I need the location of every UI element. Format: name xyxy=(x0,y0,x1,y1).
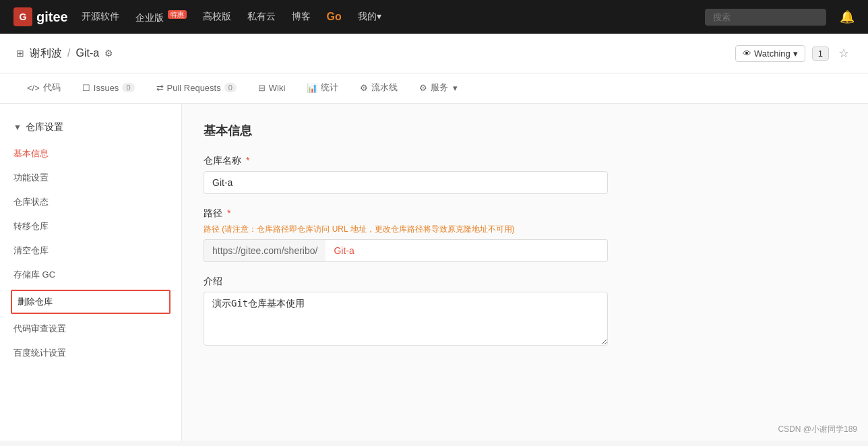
repo-name[interactable]: Git-a xyxy=(75,47,99,59)
required-mark: * xyxy=(246,155,249,166)
sidebar-item-basic-info[interactable]: 基本信息 xyxy=(0,141,181,166)
sidebar: ▼ 仓库设置 基本信息 功能设置 仓库状态 转移仓库 清空仓库 存储库 GC 删… xyxy=(0,104,182,441)
sidebar-item-clear-repo[interactable]: 清空仓库 xyxy=(0,238,181,263)
tab-pullrequests[interactable]: ⇄ Pull Requests 0 xyxy=(146,75,247,102)
intro-textarea[interactable] xyxy=(204,292,608,346)
path-prefix: https://gitee.com/sheribo/ xyxy=(204,239,326,262)
sidebar-item-baidu-stats[interactable]: 百度统计设置 xyxy=(0,341,181,365)
pr-badge: 0 xyxy=(224,83,237,92)
services-icon: ⚙ xyxy=(419,83,427,93)
code-icon: </> xyxy=(27,83,40,93)
tab-issues[interactable]: ☐ Issues 0 xyxy=(71,75,146,102)
repo-actions: 👁 Watching ▾ 1 ☆ xyxy=(735,43,852,63)
intro-group: 介绍 xyxy=(204,276,608,348)
nav-opensource[interactable]: 开源软件 xyxy=(82,11,119,23)
repo-type-icon: ⊞ xyxy=(16,48,24,59)
main-panel: 基本信息 仓库名称 * 路径 * 路径 (请注意：仓库路径即仓库访问 URL 地… xyxy=(182,104,868,441)
wiki-icon: ⊟ xyxy=(258,83,266,93)
tab-services[interactable]: ⚙ 服务 ▾ xyxy=(408,73,468,103)
repo-title: ⊞ 谢利波 / Git-a ⚙ xyxy=(16,46,113,61)
required-mark-path: * xyxy=(227,208,230,218)
search-input[interactable] xyxy=(705,9,826,26)
path-input[interactable] xyxy=(326,239,608,262)
gitee-logo-text: gitee xyxy=(36,9,68,25)
pipeline-icon: ⚙ xyxy=(360,83,368,93)
repo-tabs: </> 代码 ☐ Issues 0 ⇄ Pull Requests 0 ⊟ Wi… xyxy=(0,73,868,104)
repo-name-input[interactable] xyxy=(204,171,608,194)
nav-university[interactable]: 高校版 xyxy=(203,11,231,23)
sidebar-arrow-icon: ▼ xyxy=(13,123,22,132)
page-title: 基本信息 xyxy=(204,123,608,139)
watermark: CSDN @小谢同学189 xyxy=(778,424,857,435)
nav-my[interactable]: 我的▾ xyxy=(358,11,381,23)
watch-label: Watching xyxy=(754,49,790,59)
sidebar-item-feature-settings[interactable]: 功能设置 xyxy=(0,166,181,190)
content-area: ▼ 仓库设置 基本信息 功能设置 仓库状态 转移仓库 清空仓库 存储库 GC 删… xyxy=(0,104,868,441)
settings-form: 基本信息 仓库名称 * 路径 * 路径 (请注意：仓库路径即仓库访问 URL 地… xyxy=(204,123,608,348)
sidebar-section-label: 仓库设置 xyxy=(26,121,63,133)
navbar-logo[interactable]: G gitee xyxy=(13,7,68,26)
stats-icon: 📊 xyxy=(307,83,317,93)
sidebar-item-repo-status[interactable]: 仓库状态 xyxy=(0,190,181,214)
sidebar-item-delete-repo[interactable]: 删除仓库 xyxy=(11,290,170,314)
star-icon[interactable]: ☆ xyxy=(836,43,852,63)
sidebar-item-code-review[interactable]: 代码审查设置 xyxy=(0,317,181,341)
watch-button[interactable]: 👁 Watching ▾ xyxy=(735,45,805,62)
navbar-links: 开源软件 企业版 特惠 高校版 私有云 博客 Go 我的▾ xyxy=(82,10,691,24)
issues-badge: 0 xyxy=(122,83,134,92)
navbar: G gitee 开源软件 企业版 特惠 高校版 私有云 博客 Go 我的▾ 🔔 xyxy=(0,0,868,34)
repo-name-label: 仓库名称 * xyxy=(204,155,608,167)
repo-name-group: 仓库名称 * xyxy=(204,155,608,194)
path-hint: 路径 (请注意：仓库路径即仓库访问 URL 地址，更改仓库路径将导致原克隆地址不… xyxy=(204,224,608,235)
nav-go[interactable]: Go xyxy=(327,11,342,23)
notification-bell-icon[interactable]: 🔔 xyxy=(840,9,855,24)
path-input-group: https://gitee.com/sheribo/ xyxy=(204,239,608,262)
gitee-logo-icon: G xyxy=(13,7,32,26)
tab-stats[interactable]: 📊 统计 xyxy=(296,73,349,103)
services-dropdown-icon: ▾ xyxy=(453,83,458,93)
pr-icon: ⇄ xyxy=(156,83,164,93)
repo-owner[interactable]: 谢利波 xyxy=(30,46,62,61)
nav-blog[interactable]: 博客 xyxy=(292,11,311,23)
issues-icon: ☐ xyxy=(82,83,90,93)
eye-icon: 👁 xyxy=(743,49,751,59)
repo-settings-icon[interactable]: ⚙ xyxy=(104,48,113,59)
nav-privatecloud[interactable]: 私有云 xyxy=(247,11,276,23)
nav-enterprise[interactable]: 企业版 特惠 xyxy=(135,10,187,24)
tab-code[interactable]: </> 代码 xyxy=(16,73,71,103)
tab-pipeline[interactable]: ⚙ 流水线 xyxy=(349,73,408,103)
sidebar-item-gc[interactable]: 存储库 GC xyxy=(0,263,181,287)
enterprise-badge: 特惠 xyxy=(168,10,187,19)
watch-dropdown-icon: ▾ xyxy=(793,49,798,59)
repo-header: ⊞ 谢利波 / Git-a ⚙ 👁 Watching ▾ 1 ☆ xyxy=(0,34,868,73)
sidebar-section-title: ▼ 仓库设置 xyxy=(0,117,181,137)
intro-label: 介绍 xyxy=(204,276,608,288)
tab-wiki[interactable]: ⊟ Wiki xyxy=(247,75,297,102)
path-label: 路径 * xyxy=(204,208,608,220)
sidebar-item-transfer-repo[interactable]: 转移仓库 xyxy=(0,214,181,238)
watch-count[interactable]: 1 xyxy=(812,46,829,61)
path-group: 路径 * 路径 (请注意：仓库路径即仓库访问 URL 地址，更改仓库路径将导致原… xyxy=(204,208,608,262)
repo-separator: / xyxy=(67,47,70,59)
